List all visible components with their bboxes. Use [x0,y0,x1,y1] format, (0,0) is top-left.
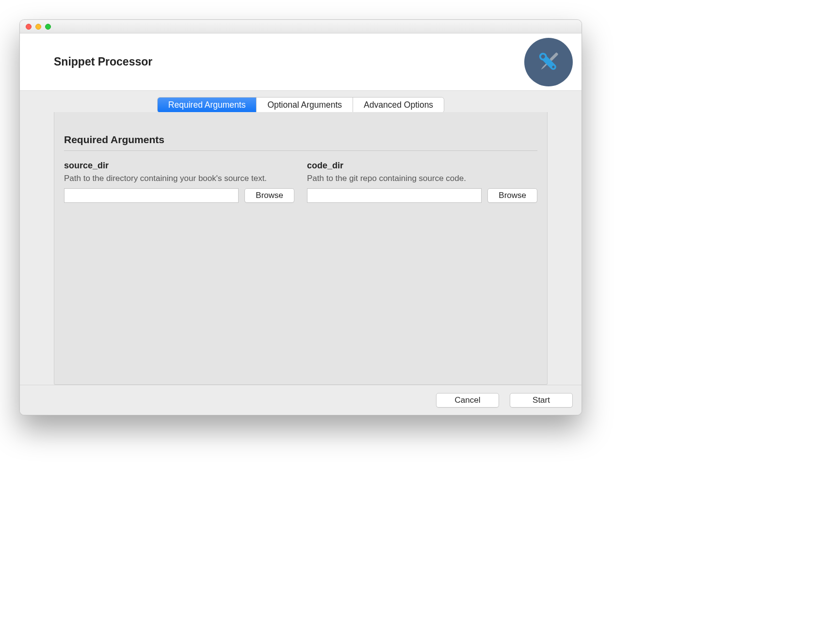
titlebar [20,20,582,33]
tabs: Required Arguments Optional Arguments Ad… [54,90,548,113]
source-dir-input[interactable] [64,188,239,203]
window-minimize-button[interactable] [35,24,41,30]
field-label-source-dir: source_dir [64,161,294,171]
code-dir-input[interactable] [307,188,482,203]
cancel-button[interactable]: Cancel [436,393,499,408]
footer: Cancel Start [20,385,582,415]
field-desc-code-dir: Path to the git repo containing source c… [307,174,537,183]
content-area: Required Arguments Optional Arguments Ad… [20,91,582,385]
app-window: Snippet Processor Required Arguments [19,19,582,415]
tab-segmented-control: Required Arguments Optional Arguments Ad… [158,98,444,113]
fields-row: source_dir Path to the directory contain… [64,161,537,203]
browse-code-dir-button[interactable]: Browse [487,188,537,203]
tab-required-arguments[interactable]: Required Arguments [158,98,257,113]
svg-rect-0 [549,52,558,61]
app-title: Snippet Processor [54,55,152,68]
tab-advanced-options[interactable]: Advanced Options [353,98,444,113]
start-button[interactable]: Start [510,393,573,408]
field-source-dir: source_dir Path to the directory contain… [64,161,294,203]
header: Snippet Processor [20,33,582,91]
field-desc-source-dir: Path to the directory containing your bo… [64,174,294,183]
browse-source-dir-button[interactable]: Browse [244,188,294,203]
field-label-code-dir: code_dir [307,161,537,171]
window-close-button[interactable] [26,24,32,30]
tools-icon [524,38,573,86]
tab-panel: Required Arguments source_dir Path to th… [54,112,548,385]
section-title: Required Arguments [64,134,537,151]
field-code-dir: code_dir Path to the git repo containing… [307,161,537,203]
window-zoom-button[interactable] [45,24,51,30]
tab-optional-arguments[interactable]: Optional Arguments [257,98,353,113]
